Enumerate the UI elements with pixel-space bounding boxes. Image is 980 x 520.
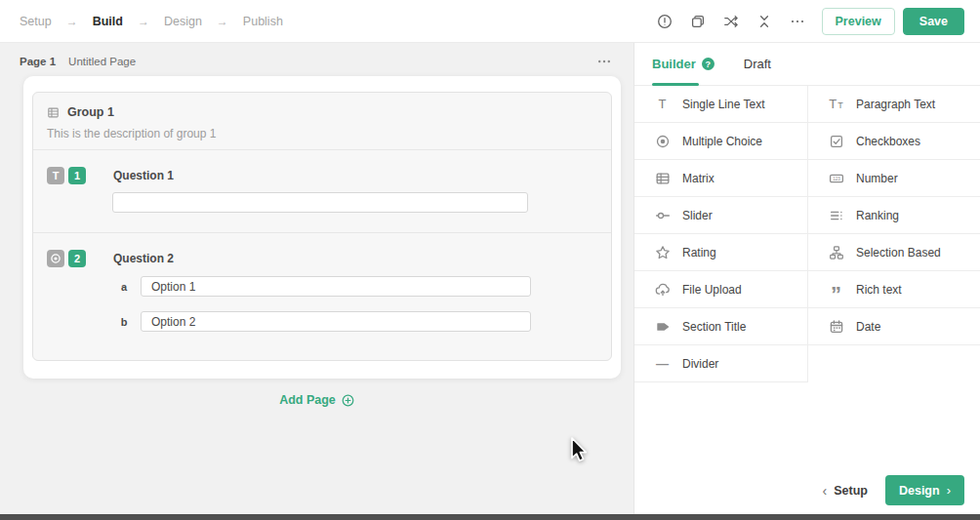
duplicate-icon[interactable]	[683, 7, 713, 36]
field-item-rich-text[interactable]: ”Rich text	[807, 271, 980, 308]
field-item-rating[interactable]: Rating	[634, 234, 807, 271]
field-item-ranking[interactable]: Ranking	[807, 197, 980, 234]
field-item-paragraph-text[interactable]: TTParagraph Text	[807, 86, 980, 123]
question-number-badge: 1	[68, 167, 86, 184]
main-content: Page 1 Untitled Page	[0, 43, 980, 514]
help-circle-icon[interactable]: ?	[702, 58, 715, 70]
question-title: Question 1	[113, 169, 174, 182]
back-button-label: Setup	[834, 484, 868, 498]
question-1-block[interactable]: T 1 Question 1	[33, 150, 611, 233]
step-design[interactable]: Design	[164, 15, 202, 28]
field-item-section-title[interactable]: Section Title	[634, 308, 807, 345]
ellipsis-icon[interactable]	[783, 7, 812, 36]
slider-icon	[654, 208, 671, 223]
form-canvas: Page 1 Untitled Page	[0, 43, 634, 514]
next-to-design-button[interactable]: Design ›	[885, 475, 964, 505]
option-1-input[interactable]	[141, 276, 531, 297]
multiple-choice-icon	[654, 134, 671, 149]
field-item-label: File Upload	[682, 283, 742, 297]
option-row: b	[117, 311, 597, 332]
field-item-file-upload[interactable]: File Upload	[634, 271, 807, 308]
tab-builder-label: Builder	[652, 57, 696, 71]
chevron-left-icon: ‹	[823, 483, 828, 499]
shuffle-icon[interactable]	[716, 7, 746, 36]
form-builder-app: Setup → Build → Design → Publish Preview…	[0, 0, 980, 520]
field-item-matrix[interactable]: Matrix	[634, 160, 807, 197]
field-item-label: Rating	[682, 246, 716, 260]
field-item-label: Single Line Text	[682, 98, 765, 111]
tab-draft-label: Draft	[744, 57, 771, 71]
next-button-label: Design	[899, 484, 940, 498]
single-line-text-icon: T	[654, 98, 671, 110]
plus-circle-icon	[342, 394, 354, 407]
ranking-icon	[828, 208, 844, 223]
step-setup[interactable]: Setup	[20, 15, 52, 28]
question-number-badge: 2	[68, 250, 86, 267]
option-letter: b	[117, 316, 131, 328]
field-item-slider[interactable]: Slider	[634, 197, 807, 234]
chevron-right-icon: ›	[947, 483, 951, 498]
builder-sidebar: Builder ? Draft TSingle Line TextTTParag…	[634, 43, 980, 514]
breadcrumb-steps: Setup → Build → Design → Publish	[20, 15, 283, 28]
topbar: Setup → Build → Design → Publish Preview…	[0, 0, 980, 43]
field-item-single-line-text[interactable]: TSingle Line Text	[634, 86, 807, 123]
field-item-date[interactable]: Date	[807, 308, 980, 345]
group-container[interactable]: Group 1 This is the description of group…	[32, 92, 612, 361]
rich-text-icon: ”	[828, 286, 844, 294]
option-2-input[interactable]	[141, 311, 531, 332]
question-title: Question 2	[113, 252, 174, 265]
field-item-label: Section Title	[682, 320, 746, 334]
matrix-icon	[654, 171, 671, 186]
add-page-button[interactable]: Add Page	[279, 393, 354, 407]
number-icon: 123	[828, 171, 844, 186]
step-publish[interactable]: Publish	[243, 15, 283, 28]
bottom-bar	[0, 514, 980, 520]
field-item-selection-based[interactable]: Selection Based	[807, 234, 980, 271]
section-title-icon	[654, 319, 671, 335]
field-item-multiple-choice[interactable]: Multiple Choice	[634, 123, 807, 160]
add-page-label: Add Page	[279, 393, 336, 407]
question-2-block[interactable]: 2 Question 2 a b	[33, 233, 611, 361]
back-to-setup-button[interactable]: ‹ Setup	[823, 483, 868, 499]
group-icon	[47, 106, 60, 119]
radio-type-icon	[47, 250, 64, 267]
page-card: Group 1 This is the description of group…	[23, 76, 621, 379]
question-1-answer-input[interactable]	[112, 192, 528, 213]
collapse-vertical-icon[interactable]	[750, 7, 779, 36]
page-title[interactable]: Untitled Page	[68, 56, 136, 67]
page-label: Page 1	[20, 56, 56, 67]
field-item-label: Paragraph Text	[856, 98, 935, 111]
step-arrow-icon: →	[217, 15, 228, 28]
tab-builder[interactable]: Builder ?	[652, 43, 715, 85]
step-build[interactable]: Build	[93, 15, 123, 28]
step-arrow-icon: →	[138, 15, 149, 28]
checkboxes-icon	[828, 134, 844, 149]
field-item-label: Matrix	[682, 172, 715, 185]
field-item-label: Slider	[682, 209, 713, 222]
page-menu-button[interactable]	[596, 54, 612, 69]
selection-based-icon	[828, 245, 844, 260]
ellipsis-icon	[596, 54, 612, 69]
option-row: a	[117, 276, 597, 297]
svg-text:123: 123	[833, 176, 840, 180]
tab-draft[interactable]: Draft	[744, 43, 771, 85]
field-item-divider[interactable]: —Divider	[634, 345, 807, 382]
save-button[interactable]: Save	[903, 8, 964, 35]
field-type-grid: TSingle Line TextTTParagraph TextMultipl…	[634, 86, 980, 382]
wizard-footer: ‹ Setup Design ›	[823, 475, 964, 505]
field-item-checkboxes[interactable]: Checkboxes	[807, 123, 980, 160]
file-upload-icon	[654, 282, 671, 298]
topbar-actions: Preview Save	[650, 7, 964, 36]
sidebar-tabs: Builder ? Draft	[634, 43, 980, 86]
group-description: This is the description of group 1	[47, 127, 595, 140]
field-item-label: Divider	[682, 357, 718, 371]
field-item-label: Checkboxes	[856, 135, 920, 148]
field-item-label: Date	[856, 320, 880, 334]
group-header[interactable]: Group 1 This is the description of group…	[33, 93, 611, 150]
field-grid-empty-cell	[807, 345, 980, 382]
field-item-label: Number	[856, 172, 898, 185]
field-item-number[interactable]: 123Number	[807, 160, 980, 197]
preview-button[interactable]: Preview	[822, 8, 895, 35]
alert-circle-icon[interactable]	[650, 7, 679, 36]
mouse-cursor	[564, 435, 590, 464]
